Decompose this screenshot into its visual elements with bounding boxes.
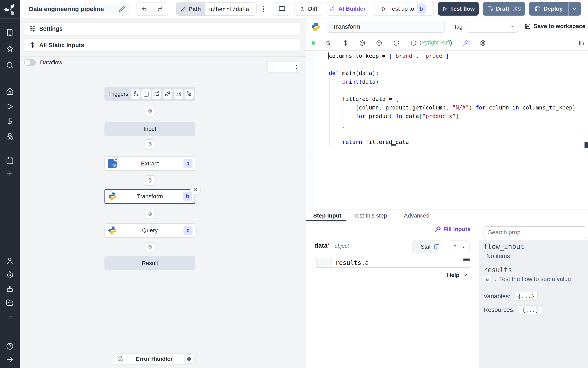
folders-icon[interactable] xyxy=(6,299,14,307)
add-step-button[interactable] xyxy=(145,242,155,252)
save-icon xyxy=(525,23,531,29)
tag-select[interactable] xyxy=(467,21,518,33)
expr-input[interactable]: results.a xyxy=(316,258,470,268)
connect-input-button[interactable] xyxy=(448,240,470,253)
resources-icon[interactable] xyxy=(6,132,14,140)
variables-icon[interactable] xyxy=(342,40,349,46)
static-inputs-icon[interactable] xyxy=(325,40,331,46)
home-icon[interactable] xyxy=(6,88,14,96)
schedules-icon[interactable] xyxy=(6,157,14,165)
zoom-in-icon[interactable] xyxy=(271,64,276,70)
email-trigger-icon[interactable] xyxy=(174,89,183,99)
editor-scrollbar-horizontal[interactable] xyxy=(391,144,396,146)
poll-trigger-icon[interactable] xyxy=(184,89,194,99)
variables-badge[interactable]: {...} xyxy=(514,292,538,301)
deploy-button[interactable]: Deploy xyxy=(529,2,581,16)
test-flow-button[interactable]: Test flow xyxy=(438,2,479,16)
editor-settings-gear-icon[interactable] xyxy=(480,40,486,46)
package-icon[interactable] xyxy=(376,40,382,46)
fit-view-icon[interactable] xyxy=(292,64,297,70)
input-node[interactable]: Input xyxy=(104,122,195,136)
lint-status: (Pyright Ruff) xyxy=(419,40,452,46)
result-node[interactable]: Result xyxy=(104,256,195,270)
remove-step-button[interactable] xyxy=(190,184,201,195)
variables-icon[interactable] xyxy=(6,117,14,125)
websocket-trigger-icon[interactable] xyxy=(163,89,172,99)
flow-title[interactable]: Data engineering pipeline xyxy=(24,3,130,15)
workspace-icon[interactable] xyxy=(6,29,14,37)
add-icon[interactable] xyxy=(6,170,14,177)
sidebar-divider xyxy=(0,18,20,19)
resources-row[interactable]: Resources: {...} xyxy=(484,305,542,314)
add-step-button[interactable] xyxy=(145,139,155,149)
search-prop-input[interactable] xyxy=(484,226,586,238)
transform-node-selected[interactable]: Transform b xyxy=(104,189,195,204)
docs-button[interactable] xyxy=(274,2,290,16)
favorites-star-icon[interactable] xyxy=(6,45,14,53)
all-static-inputs-button[interactable]: All Static Inputs xyxy=(24,38,300,52)
help-icon[interactable] xyxy=(6,342,14,350)
chevron-down-icon xyxy=(509,24,514,29)
triggers-node[interactable]: Triggers xyxy=(104,87,195,101)
flow-input-heading[interactable]: flow_input xyxy=(484,242,524,250)
resources-badge[interactable]: {...} xyxy=(519,305,542,314)
test-up-to-step-badge: b xyxy=(417,4,426,14)
editor-scrollbar-thumb[interactable] xyxy=(585,142,588,147)
fill-inputs-button[interactable]: Fill inputs xyxy=(435,226,470,232)
expand-sidebar-icon[interactable] xyxy=(6,356,14,363)
route-trigger-icon[interactable] xyxy=(152,89,161,99)
windmill-logo[interactable] xyxy=(4,3,16,15)
save-to-workspace-button[interactable]: Save to workspace xyxy=(525,23,585,29)
step-name-input[interactable] xyxy=(328,21,445,33)
draft-button[interactable]: Draft ⌘S xyxy=(483,2,525,16)
tab-test-this-step[interactable]: Test this step xyxy=(353,212,387,219)
result-key-badge[interactable]: a xyxy=(483,275,492,283)
ai-builder-button[interactable]: AI Builder xyxy=(327,2,368,16)
javascript-expr-mode-button[interactable]: f xyxy=(430,240,443,253)
schedule-trigger-icon[interactable] xyxy=(142,89,151,99)
zoom-out-icon[interactable] xyxy=(281,64,287,70)
add-error-handler-button[interactable] xyxy=(184,354,194,363)
user-icon[interactable] xyxy=(6,257,14,265)
diff-button[interactable]: Diff xyxy=(294,2,323,16)
search-icon[interactable] xyxy=(6,61,14,69)
reload-icon[interactable] xyxy=(393,40,399,46)
reload-icon[interactable] xyxy=(410,40,417,46)
draft-label: Draft xyxy=(496,6,509,12)
flow-settings-button[interactable]: Settings xyxy=(24,22,300,35)
settings-gear-icon[interactable] xyxy=(6,271,14,279)
workers-icon[interactable] xyxy=(6,285,14,293)
runs-icon[interactable] xyxy=(6,103,14,110)
help-button[interactable]: Help xyxy=(447,272,468,278)
more-options-kebab-icon[interactable] xyxy=(259,5,268,14)
redo-button[interactable] xyxy=(152,3,168,15)
package-icon[interactable] xyxy=(359,40,365,46)
add-step-button[interactable] xyxy=(145,106,155,116)
add-step-button[interactable] xyxy=(145,175,155,185)
deploy-dropdown-chevron[interactable] xyxy=(569,6,581,11)
expr-value: results.a xyxy=(335,259,369,266)
error-handler-node[interactable]: Error Handler xyxy=(114,353,196,365)
webhook-trigger-icon[interactable] xyxy=(131,89,140,99)
add-step-button[interactable] xyxy=(145,209,155,219)
code-lines[interactable]: columns_to_keep = ['brand', 'price']def … xyxy=(329,52,576,146)
diff-label: Diff xyxy=(308,6,318,12)
tab-advanced[interactable]: Advanced xyxy=(404,212,430,219)
ai-builder-label: AI Builder xyxy=(338,6,366,12)
book-icon xyxy=(279,6,285,12)
extract-node[interactable]: TS Extract a xyxy=(104,156,195,171)
path-button[interactable]: Path u/henri/data_ xyxy=(176,2,256,16)
query-node[interactable]: Query c xyxy=(104,223,195,238)
extract-node-badge: a xyxy=(183,159,192,168)
variables-row[interactable]: Variables: {...} xyxy=(484,292,538,301)
dataflow-toggle[interactable] xyxy=(24,59,36,66)
tab-step-input[interactable]: Step Input xyxy=(313,212,341,219)
edit-title-pencil-icon[interactable] xyxy=(119,6,125,12)
library-icon[interactable] xyxy=(578,40,585,46)
test-up-to-button[interactable]: Test up to b xyxy=(373,2,434,16)
result-row[interactable]: a : Test the flow to see a value xyxy=(483,275,571,283)
ai-assist-wand-icon[interactable] xyxy=(463,40,469,46)
results-heading[interactable]: results xyxy=(484,266,512,274)
logs-list-icon[interactable] xyxy=(6,313,14,321)
undo-button[interactable] xyxy=(136,3,152,15)
